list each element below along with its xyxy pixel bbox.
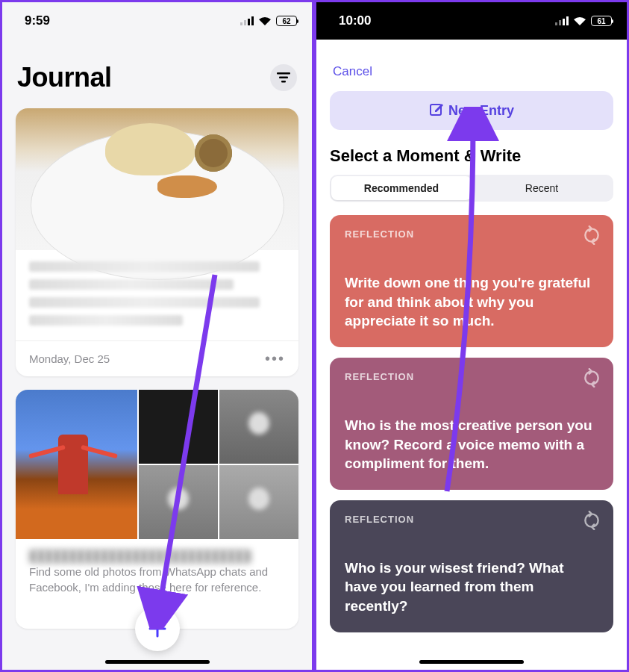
segment-control: Recommended Recent [330, 175, 613, 202]
status-icons: 61 [555, 16, 612, 26]
wifi-icon [573, 16, 586, 25]
reflection-list[interactable]: REFLECTION Write down one thing you're g… [316, 215, 627, 670]
wifi-icon [258, 16, 272, 25]
svg-rect-0 [240, 22, 242, 25]
new-entry-button[interactable]: New Entry [330, 91, 613, 130]
select-moment-title: Select a Moment & Write [316, 146, 627, 175]
tab-recommended[interactable]: Recommended [331, 176, 472, 200]
svg-rect-10 [566, 16, 569, 25]
filter-button[interactable] [270, 64, 297, 91]
entry-date: Monday, Dec 25 [29, 352, 110, 365]
journal-feed[interactable]: Monday, Dec 25 ••• █████████████████████… [2, 108, 312, 670]
reflection-card[interactable]: REFLECTION Write down one thing you're g… [330, 215, 613, 347]
photo-grid [16, 390, 298, 539]
modal-sheet: Cancel New Entry Select a Moment & Write… [316, 51, 627, 670]
svg-rect-4 [277, 72, 290, 75]
reflection-tag: REFLECTION [345, 228, 598, 240]
svg-rect-8 [559, 20, 561, 25]
journal-entry-card[interactable]: Monday, Dec 25 ••• [16, 108, 298, 376]
reflection-card[interactable]: REFLECTION Who is the most creative pers… [330, 358, 613, 490]
journal-suggestion-card[interactable]: ████████████████████████████ Find some o… [16, 390, 298, 629]
svg-rect-3 [251, 16, 254, 25]
cancel-button[interactable]: Cancel [316, 64, 627, 85]
status-bar: 10:00 61 [316, 2, 627, 40]
signal-icon [240, 16, 254, 25]
tab-recent[interactable]: Recent [472, 176, 612, 200]
svg-rect-6 [281, 81, 286, 83]
entry-photo [16, 108, 298, 250]
plus-icon [148, 619, 167, 638]
status-time: 10:00 [339, 13, 371, 28]
more-icon[interactable]: ••• [265, 350, 285, 367]
filter-icon [277, 72, 290, 83]
reflection-text: Write down one thing you're grateful for… [345, 273, 598, 331]
new-entry-label: New Entry [448, 103, 514, 119]
compose-icon [429, 103, 444, 118]
status-time: 9:59 [25, 13, 50, 28]
svg-rect-5 [279, 77, 288, 79]
journal-main-screen: 9:59 62 Journal Monday, Dec 25 ••• [0, 0, 314, 672]
journal-header: Journal [2, 40, 312, 108]
battery-icon: 61 [591, 16, 612, 26]
home-indicator[interactable] [105, 660, 210, 664]
add-entry-button[interactable] [135, 606, 180, 651]
reflection-tag: REFLECTION [345, 514, 598, 525]
battery-icon: 62 [276, 16, 297, 26]
reflection-text: Who is the most creative person you know… [345, 416, 598, 473]
svg-rect-1 [244, 20, 246, 25]
svg-rect-7 [555, 22, 557, 25]
reflection-text: Who is your wisest friend? What have you… [345, 559, 598, 616]
home-indicator[interactable] [419, 660, 524, 664]
status-bar: 9:59 62 [2, 2, 312, 40]
reflection-tag: REFLECTION [345, 371, 598, 382]
signal-icon [555, 16, 569, 25]
new-entry-modal-screen: 10:00 61 Cancel New Entry Select a Momen… [314, 0, 629, 672]
reflection-card[interactable]: REFLECTION Who is your wisest friend? Wh… [330, 500, 613, 632]
status-icons: 62 [240, 16, 297, 26]
svg-rect-9 [563, 19, 565, 25]
page-title: Journal [17, 62, 112, 93]
svg-rect-2 [248, 19, 250, 25]
entry-footer: Monday, Dec 25 ••• [16, 340, 298, 376]
entry-text-redacted [16, 250, 298, 340]
